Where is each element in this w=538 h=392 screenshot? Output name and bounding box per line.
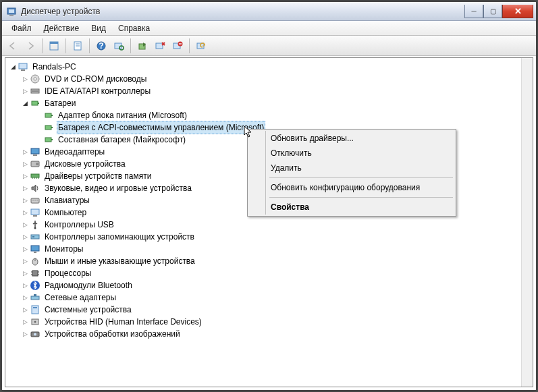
- ctx-scan[interactable]: Обновить конфигурацию оборудования: [249, 180, 454, 195]
- svg-point-21: [34, 78, 36, 80]
- properties-button[interactable]: [70, 38, 86, 54]
- keyboard-icon: [30, 195, 41, 206]
- tree-node-system[interactable]: ▷Системные устройства: [7, 304, 533, 316]
- disable-button[interactable]: [152, 38, 168, 54]
- ctx-disable[interactable]: Отключить: [249, 146, 454, 161]
- svg-rect-49: [32, 236, 34, 237]
- window-title: Диспетчер устройств: [21, 7, 464, 16]
- titlebar[interactable]: Диспетчер устройств ─ ▢ ✕: [2, 2, 536, 21]
- toolbar: ?: [2, 36, 536, 56]
- svg-rect-26: [45, 113, 51, 117]
- expand-icon[interactable]: ▷: [22, 306, 28, 313]
- svg-rect-18: [19, 63, 27, 69]
- network-icon: [30, 292, 41, 303]
- tree-node-ide[interactable]: ▷IDE ATA/ATAPI контроллеры: [7, 85, 533, 97]
- help-button[interactable]: ?: [93, 38, 109, 54]
- tree-label: Компьютер: [43, 206, 88, 219]
- svg-rect-44: [36, 200, 38, 200]
- disk-icon: [30, 159, 41, 169]
- battery-icon: [43, 110, 54, 121]
- expand-icon[interactable]: ▷: [22, 331, 28, 337]
- svg-rect-51: [34, 252, 36, 253]
- tree-label: Сетевые адаптеры: [43, 291, 117, 304]
- hid-icon: [30, 316, 41, 327]
- svg-rect-41: [31, 198, 39, 203]
- ctx-update-drivers[interactable]: Обновить драйверы...: [249, 131, 454, 146]
- tree-node-batteries[interactable]: ◢Батареи: [7, 97, 533, 109]
- computer-icon: [30, 207, 41, 218]
- tree-node-bluetooth[interactable]: ▷Радиомодули Bluetooth: [7, 279, 533, 291]
- vertical-scrollbar[interactable]: [521, 58, 533, 387]
- expand-icon[interactable]: ▷: [22, 270, 28, 277]
- tree-label: Адаптер блока питания (Microsoft): [57, 109, 188, 121]
- tree-node-network[interactable]: ▷Сетевые адаптеры: [7, 291, 533, 304]
- tree-node-hid[interactable]: ▷Устройства HID (Human Interface Devices…: [7, 316, 533, 328]
- tree-label: Устройства HID (Human Interface Devices): [43, 316, 203, 328]
- expand-icon[interactable]: ▷: [22, 185, 28, 192]
- expand-icon[interactable]: ▷: [22, 161, 28, 167]
- expand-icon[interactable]: ◢: [9, 63, 16, 70]
- expand-icon[interactable]: ▷: [22, 209, 28, 216]
- back-button[interactable]: [5, 38, 21, 54]
- monitor-icon: [30, 244, 41, 254]
- menu-help[interactable]: Справка: [113, 22, 155, 34]
- ctx-uninstall[interactable]: Удалить: [249, 161, 454, 175]
- expand-icon[interactable]: ▷: [22, 258, 28, 264]
- tree-label: IDE ATA/ATAPI контроллеры: [43, 85, 152, 97]
- close-button[interactable]: ✕: [502, 5, 533, 18]
- tree-label-selected: Батарея с ACPI-совместимым управлением (…: [57, 121, 265, 134]
- svg-point-47: [34, 227, 36, 229]
- expand-icon[interactable]: ▷: [22, 233, 28, 240]
- tree-node-storage[interactable]: ▷Контроллеры запоминающих устройств: [7, 231, 533, 243]
- svg-rect-54: [32, 271, 38, 276]
- battery-icon: [30, 98, 41, 109]
- memory-icon: [30, 171, 41, 181]
- svg-rect-29: [51, 127, 53, 128]
- expand-icon[interactable]: ▷: [22, 148, 28, 155]
- menu-file[interactable]: Файл: [6, 22, 37, 34]
- svg-rect-23: [32, 90, 38, 92]
- tree-node-monitor[interactable]: ▷Мониторы: [7, 243, 533, 255]
- show-hide-button[interactable]: [46, 38, 62, 54]
- expand-icon[interactable]: ▷: [22, 282, 28, 289]
- tree-node-bat-adapter[interactable]: ▷Адаптер блока питания (Microsoft): [7, 109, 533, 121]
- tree-node-mouse[interactable]: ▷Мыши и иные указывающие устройства: [7, 255, 533, 267]
- expand-icon[interactable]: ▷: [22, 221, 28, 228]
- ctx-properties[interactable]: Свойства: [249, 200, 454, 215]
- svg-rect-28: [45, 125, 51, 130]
- expand-icon[interactable]: ◢: [22, 100, 28, 107]
- tree-label: Контроллеры USB: [43, 219, 115, 231]
- bluetooth-icon: [30, 280, 41, 291]
- menu-view[interactable]: Вид: [86, 22, 111, 34]
- uninstall-button[interactable]: [169, 38, 186, 54]
- tree-label: Звуковые, видео и игровые устройства: [43, 182, 193, 194]
- expand-icon[interactable]: ▷: [22, 318, 28, 325]
- svg-rect-27: [51, 115, 53, 116]
- maximize-button[interactable]: ▢: [483, 5, 502, 18]
- tree-node-processor[interactable]: ▷Процессоры: [7, 267, 533, 279]
- update-driver-button[interactable]: [134, 38, 151, 54]
- tree-root[interactable]: ◢Randals-PC: [7, 61, 533, 73]
- forward-button[interactable]: [22, 38, 38, 54]
- minimize-button[interactable]: ─: [464, 5, 483, 18]
- menu-action[interactable]: Действие: [38, 22, 85, 34]
- expand-icon[interactable]: ▷: [22, 197, 28, 204]
- tree-label: Процессоры: [43, 267, 93, 279]
- app-icon: [6, 6, 17, 17]
- svg-rect-4: [50, 42, 58, 44]
- svg-rect-19: [21, 69, 25, 71]
- expand-icon[interactable]: ▷: [22, 88, 28, 94]
- window-controls: ─ ▢ ✕: [464, 5, 533, 18]
- expand-icon[interactable]: ▷: [22, 173, 28, 179]
- tree-node-imaging[interactable]: ▷Устройства обработки изображений: [7, 328, 533, 340]
- tree-node-dvd[interactable]: ▷DVD и CD-ROM дисководы: [7, 73, 533, 85]
- expand-icon[interactable]: ▷: [22, 294, 28, 301]
- scan-button[interactable]: [111, 38, 127, 54]
- svg-rect-42: [32, 200, 34, 200]
- expand-icon[interactable]: ▷: [22, 76, 28, 82]
- expand-icon[interactable]: ▷: [22, 246, 28, 252]
- svg-rect-46: [33, 215, 37, 217]
- refresh-button[interactable]: [193, 38, 209, 54]
- tree-node-usb[interactable]: ▷Контроллеры USB: [7, 219, 533, 231]
- storage-controller-icon: [30, 231, 41, 242]
